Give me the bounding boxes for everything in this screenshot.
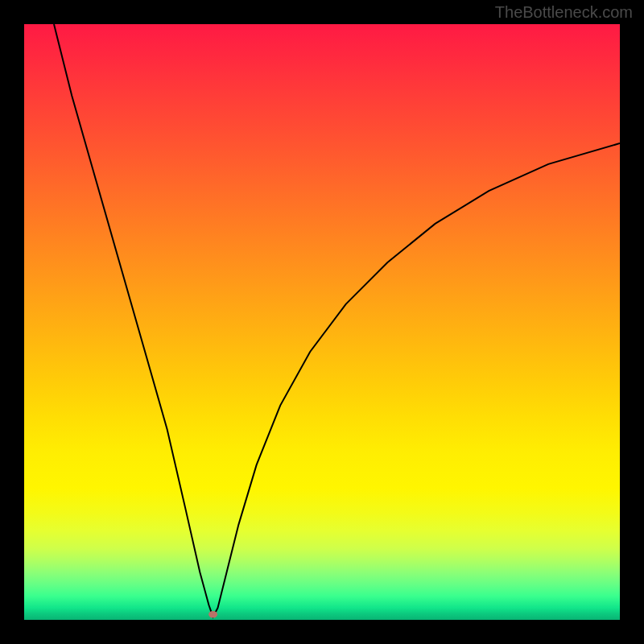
plot-area <box>24 24 620 620</box>
curve-layer <box>24 24 620 620</box>
chart-frame: TheBottleneck.com <box>0 0 644 644</box>
bottleneck-curve <box>54 24 620 617</box>
watermark-text: TheBottleneck.com <box>495 3 633 22</box>
optimum-marker <box>208 611 217 617</box>
